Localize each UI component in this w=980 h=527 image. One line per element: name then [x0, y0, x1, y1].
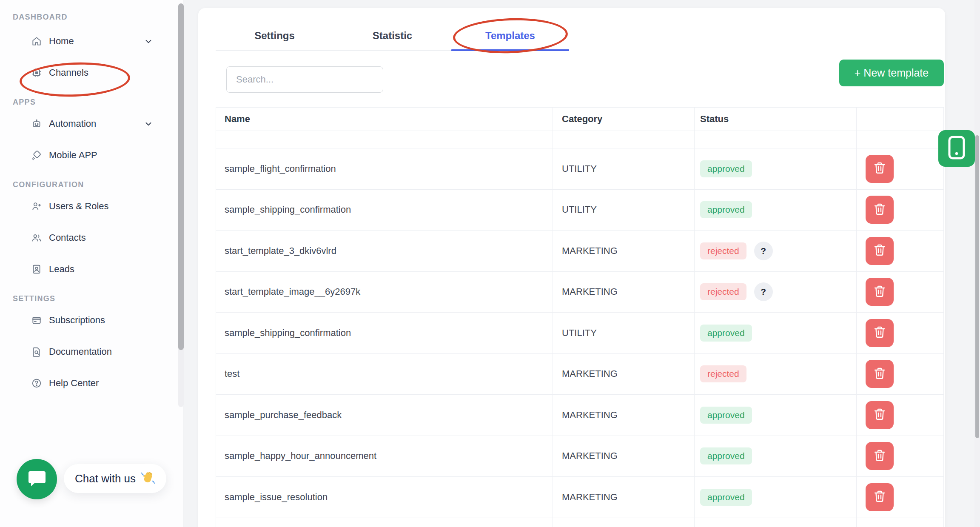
- status-badge: rejected: [700, 242, 746, 259]
- template-name: sample_flight_confirmation: [216, 148, 553, 189]
- sidebar-scrollbar-thumb[interactable]: [178, 3, 184, 350]
- templates-table: NameCategoryStatus sample_flight_confirm…: [216, 107, 944, 527]
- rejection-info-button[interactable]: ?: [754, 242, 773, 260]
- delete-template-button[interactable]: [866, 196, 894, 224]
- sidebar-item-documentation[interactable]: Documentation: [0, 336, 183, 367]
- column-header-actions: [857, 108, 943, 131]
- mobile-app-icon: [31, 150, 42, 161]
- template-name: start_template_3_dkiv6vlrd: [216, 231, 553, 271]
- template-name: sample_shipping_confirmation: [216, 190, 553, 231]
- chat-with-us-pill[interactable]: Chat with us: [64, 464, 166, 493]
- chevron-down-icon: [144, 37, 153, 46]
- page-scrollbar-thumb[interactable]: [975, 135, 979, 438]
- template-name: sample_happy_hour_announcement: [216, 436, 553, 477]
- template-status-cell: rejected ?: [695, 272, 857, 313]
- sidebar: DASHBOARDHomeChannelsAPPSAutomationMobil…: [0, 0, 183, 527]
- search-input[interactable]: [226, 66, 383, 93]
- template-category: UTILITY: [553, 190, 695, 231]
- table-row: sample_shipping_confirmation UTILITY app…: [216, 313, 943, 354]
- sidebar-item-leads[interactable]: Leads: [0, 254, 183, 285]
- smartphone-icon: [948, 135, 966, 162]
- tab-templates[interactable]: Templates: [451, 22, 569, 50]
- status-badge: rejected: [700, 283, 746, 300]
- template-status-cell: approved: [695, 148, 857, 189]
- sidebar-item-mobile-app[interactable]: Mobile APP: [0, 140, 183, 171]
- table-row: sample_flight_confirmation UTILITY appro…: [216, 148, 943, 190]
- credit-card-icon: [31, 315, 42, 326]
- sidebar-item-help-center[interactable]: Help Center: [0, 367, 183, 399]
- status-badge: approved: [700, 325, 752, 342]
- chevron-down-icon: [144, 119, 153, 128]
- delete-template-button[interactable]: [866, 237, 894, 265]
- new-template-button[interactable]: + New template: [839, 60, 944, 86]
- template-status-cell: rejected: [695, 354, 857, 395]
- chat-bubble-icon: [28, 470, 46, 489]
- sidebar-section-label: CONFIGURATION: [13, 171, 183, 191]
- sidebar-item-label: Mobile APP: [49, 150, 97, 161]
- mobile-preview-button[interactable]: [938, 130, 975, 167]
- trash-icon: [874, 490, 886, 504]
- trash-icon: [874, 408, 886, 422]
- table-row: sample_issue_resolution MARKETING approv…: [216, 477, 943, 518]
- chat-launcher-button[interactable]: [17, 459, 57, 499]
- user-plus-icon: [31, 201, 42, 212]
- tab-settings[interactable]: Settings: [216, 22, 333, 50]
- delete-template-button[interactable]: [866, 483, 894, 511]
- template-name: sample_purchase_feedback: [216, 395, 553, 436]
- sidebar-item-channels[interactable]: Channels: [0, 57, 183, 88]
- table-row: start_template_image__6y2697k MARKETING …: [216, 272, 943, 313]
- column-header-status: Status: [695, 108, 857, 131]
- template-name: sample_issue_resolution: [216, 477, 553, 518]
- sidebar-item-subscriptions[interactable]: Subscriptions: [0, 305, 183, 336]
- template-category: MARKETING: [553, 354, 695, 395]
- sidebar-item-label: Subscriptions: [49, 315, 105, 326]
- template-category: UTILITY: [553, 148, 695, 189]
- column-header-name: Name: [216, 108, 553, 131]
- trash-icon: [874, 326, 886, 340]
- template-status-cell: approved: [695, 436, 857, 477]
- delete-template-button[interactable]: [866, 319, 894, 347]
- trash-icon: [874, 367, 886, 381]
- sidebar-item-users-roles[interactable]: Users & Roles: [0, 191, 183, 222]
- status-badge: approved: [700, 447, 752, 464]
- trash-icon: [874, 244, 886, 258]
- table-row: sample_happy_hour_announcement MARKETING…: [216, 436, 943, 477]
- delete-template-button[interactable]: [866, 442, 894, 470]
- delete-template-button[interactable]: [866, 155, 894, 183]
- home-icon: [31, 36, 42, 47]
- table-row-partial: [216, 518, 943, 527]
- sidebar-item-home[interactable]: Home: [0, 26, 183, 57]
- table-row: test MARKETING rejected: [216, 354, 943, 395]
- tab-statistic[interactable]: Statistic: [333, 22, 451, 50]
- table-header-row: NameCategoryStatus: [216, 108, 943, 131]
- document-search-icon: [31, 346, 42, 357]
- template-actions-cell: [857, 477, 943, 518]
- status-badge: approved: [700, 407, 752, 424]
- template-category: MARKETING: [553, 395, 695, 436]
- template-name: sample_shipping_confirmation: [216, 313, 553, 353]
- delete-template-button[interactable]: [866, 278, 894, 306]
- contacts-icon: [31, 232, 42, 243]
- rejection-info-button[interactable]: ?: [754, 282, 773, 301]
- template-status-cell: approved: [695, 190, 857, 231]
- trash-icon: [874, 449, 886, 463]
- template-status-cell: rejected ?: [695, 231, 857, 271]
- template-actions-cell: [857, 190, 943, 231]
- sidebar-item-contacts[interactable]: Contacts: [0, 222, 183, 254]
- tab-bar: SettingsStatisticTemplates: [216, 22, 569, 51]
- status-badge: approved: [700, 160, 752, 177]
- template-name: start_template_image__6y2697k: [216, 272, 553, 313]
- table-row: sample_purchase_feedback MARKETING appro…: [216, 395, 943, 436]
- sidebar-item-automation[interactable]: Automation: [0, 108, 183, 140]
- sidebar-item-label: Channels: [49, 67, 88, 78]
- template-actions-cell: [857, 354, 943, 395]
- template-status-cell: approved: [695, 477, 857, 518]
- template-category: MARKETING: [553, 436, 695, 477]
- delete-template-button[interactable]: [866, 360, 894, 388]
- sidebar-item-label: Home: [49, 36, 74, 47]
- trash-icon: [874, 203, 886, 217]
- delete-template-button[interactable]: [866, 401, 894, 429]
- template-status-cell: approved: [695, 395, 857, 436]
- template-category: MARKETING: [553, 231, 695, 271]
- template-actions-cell: [857, 313, 943, 353]
